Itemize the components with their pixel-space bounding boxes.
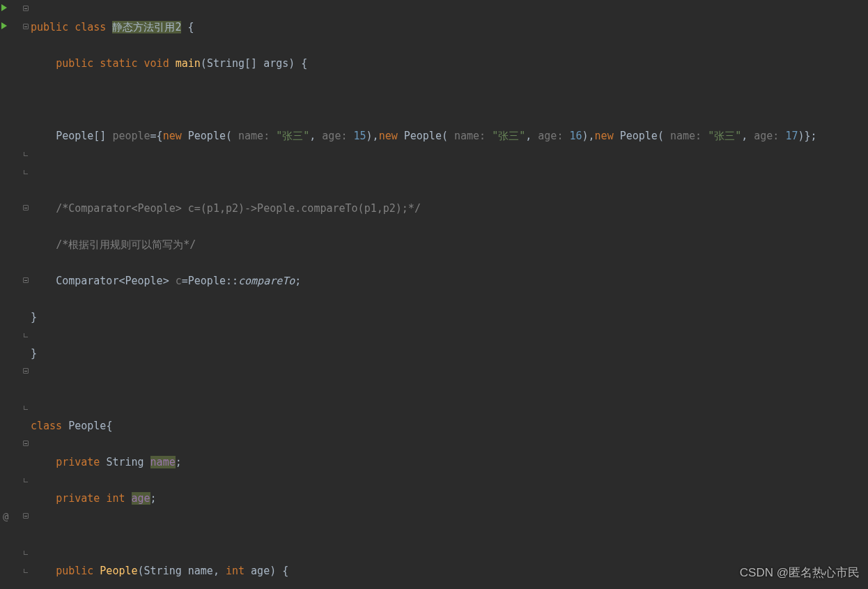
code-line: class People{ [31,417,868,435]
fold-icon[interactable] [23,368,29,374]
code-line: public static void main(String[] args) { [31,54,868,72]
fold-end-icon[interactable] [24,170,28,174]
code-line: private int age; [31,489,868,507]
code-line [31,381,868,399]
fold-end-icon[interactable] [24,478,28,482]
fold-end-icon[interactable] [24,406,28,410]
fold-icon[interactable] [23,205,29,211]
code-line [31,163,868,181]
run-icon[interactable] [1,4,7,11]
code-line [31,91,868,109]
code-line: } [31,308,868,326]
code-line: Comparator<People> c=People::compareTo; [31,272,868,290]
code-line: } [31,344,868,362]
fold-icon[interactable] [23,24,29,29]
fold-end-icon[interactable] [24,333,28,337]
fold-end-icon[interactable] [24,569,28,573]
code-line: /*Comparator<People> c=(p1,p2)->People.c… [31,199,868,217]
fold-icon[interactable] [23,6,29,11]
code-area[interactable]: public class 静态方法引用2 { public static voi… [31,0,868,589]
code-line: public class 静态方法引用2 { [31,18,868,36]
fold-end-icon[interactable] [24,152,28,156]
gutter: @ [0,0,31,589]
code-line [31,526,868,544]
override-icon: @ [3,507,8,526]
fold-end-icon[interactable] [24,551,28,555]
code-line: People[] people={new People( name: "张三",… [31,127,868,145]
fold-icon[interactable] [23,277,29,283]
run-icon[interactable] [1,22,7,29]
watermark: CSDN @匿名热心市民 [740,564,860,582]
fold-icon[interactable] [23,513,29,519]
code-line: /*根据引用规则可以简写为*/ [31,236,868,254]
fold-icon[interactable] [23,441,29,446]
code-editor[interactable]: @ public class 静态方法引用2 { public static v… [0,0,868,589]
code-line: private String name; [31,453,868,471]
